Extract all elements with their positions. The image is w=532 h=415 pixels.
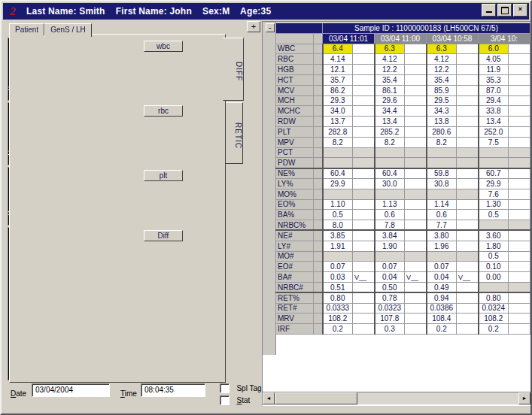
value-cell[interactable]: 7.5 [479,137,509,147]
value-cell[interactable]: 285.2 [375,126,405,137]
value-cell[interactable]: 29.9 [323,178,353,189]
flag-cell[interactable] [509,303,530,314]
value-cell[interactable] [479,147,509,158]
value-cell[interactable]: 0.78 [375,292,405,303]
flag-cell[interactable] [353,106,375,117]
value-cell[interactable] [323,147,353,158]
flag-cell[interactable] [405,241,427,251]
flag-cell[interactable] [457,220,479,231]
flag-cell[interactable] [509,220,530,231]
value-cell[interactable]: 108.2 [323,314,353,324]
value-cell[interactable]: 6.0 [479,44,509,54]
value-cell[interactable]: 0.80 [323,292,353,303]
value-cell[interactable]: 29.4 [479,95,509,106]
value-cell[interactable]: 0.07 [375,262,405,272]
flag-cell[interactable] [353,126,375,137]
flag-cell[interactable] [457,95,479,106]
flag-cell[interactable] [457,199,479,210]
column-header-3[interactable]: 3/04 10: [479,33,530,44]
column-header-2[interactable]: 03/04 10:58 [427,33,479,44]
flag-cell[interactable] [509,126,530,137]
value-cell[interactable]: 12.2 [427,65,457,75]
value-cell[interactable]: 33.8 [479,106,509,117]
flag-cell[interactable] [405,251,427,262]
flag-cell[interactable] [353,262,375,272]
close-button[interactable]: × [513,4,527,17]
value-cell[interactable]: 1.30 [479,199,509,210]
flag-cell[interactable] [457,241,479,251]
flag-cell[interactable] [457,303,479,314]
flag-cell[interactable]: V__ [353,272,375,283]
value-cell[interactable] [323,189,353,199]
flag-cell[interactable] [353,74,375,85]
value-cell[interactable]: 12.2 [375,65,405,75]
tab-gens-lh[interactable]: GenS / LH [44,23,92,37]
value-cell[interactable]: 0.2 [479,324,509,335]
flag-cell[interactable] [353,324,375,335]
value-cell[interactable]: 108.2 [479,314,509,324]
date-input[interactable]: 03/04/2004 [32,383,110,397]
value-cell[interactable]: 13.4 [479,117,509,127]
flag-cell[interactable] [457,189,479,199]
flag-cell[interactable] [457,44,479,54]
flag-cell[interactable] [457,314,479,324]
side-tab-diff[interactable]: DIFF [223,38,244,101]
flag-cell[interactable] [457,74,479,85]
value-cell[interactable]: 7.8 [375,220,405,231]
flag-cell[interactable] [509,189,530,199]
value-cell[interactable]: 1.91 [323,241,353,251]
flag-cell[interactable] [509,230,530,241]
value-cell[interactable] [427,147,457,158]
flag-cell[interactable] [405,168,427,179]
flag-cell[interactable] [405,137,427,147]
value-cell[interactable]: 30.0 [375,178,405,189]
value-cell[interactable]: 1.13 [375,199,405,210]
flag-cell[interactable] [509,85,530,95]
value-cell[interactable] [427,158,457,168]
value-cell[interactable] [479,158,509,168]
flag-cell[interactable] [353,137,375,147]
flag-cell[interactable] [509,241,530,251]
flag-cell[interactable] [457,158,479,168]
flag-cell[interactable] [457,168,479,179]
flag-cell[interactable] [457,282,479,292]
value-cell[interactable]: 3.85 [323,230,353,241]
value-cell[interactable]: 59.8 [427,168,457,179]
flag-cell[interactable] [457,137,479,147]
value-cell[interactable]: 87.0 [479,85,509,95]
flag-cell[interactable]: V__ [457,272,479,283]
value-cell[interactable]: 4.14 [323,54,353,65]
value-cell[interactable] [375,189,405,199]
minimize-button[interactable] [482,4,496,17]
flag-cell[interactable] [509,95,530,106]
flag-cell[interactable] [353,178,375,189]
value-cell[interactable]: 0.50 [375,282,405,292]
value-cell[interactable]: 0.0333 [323,303,353,314]
value-cell[interactable]: 0.3 [375,324,405,335]
flag-cell[interactable] [457,251,479,262]
value-cell[interactable] [375,147,405,158]
flag-cell[interactable] [405,117,427,127]
value-cell[interactable]: 35.3 [479,74,509,85]
value-cell[interactable]: 12.1 [323,65,353,75]
flag-cell[interactable] [509,168,530,179]
flag-cell[interactable] [353,241,375,251]
flag-cell[interactable] [405,158,427,168]
value-cell[interactable]: 34.3 [427,106,457,117]
flag-cell[interactable] [353,292,375,303]
flag-cell[interactable] [405,324,427,335]
flag-cell[interactable] [405,126,427,137]
flag-cell[interactable] [353,65,375,75]
flag-cell[interactable] [509,272,530,283]
value-cell[interactable]: 4.05 [479,54,509,65]
flag-cell[interactable] [509,314,530,324]
flag-cell[interactable] [457,85,479,95]
scroll-left-arrow-icon[interactable]: ◄ [263,392,275,404]
stat-checkbox[interactable] [220,395,230,405]
value-cell[interactable]: 1.10 [323,199,353,210]
value-cell[interactable]: 108.4 [427,314,457,324]
value-cell[interactable]: 60.4 [323,168,353,179]
flag-cell[interactable] [457,324,479,335]
flag-cell[interactable]: V__ [405,272,427,283]
flag-cell[interactable] [353,168,375,179]
